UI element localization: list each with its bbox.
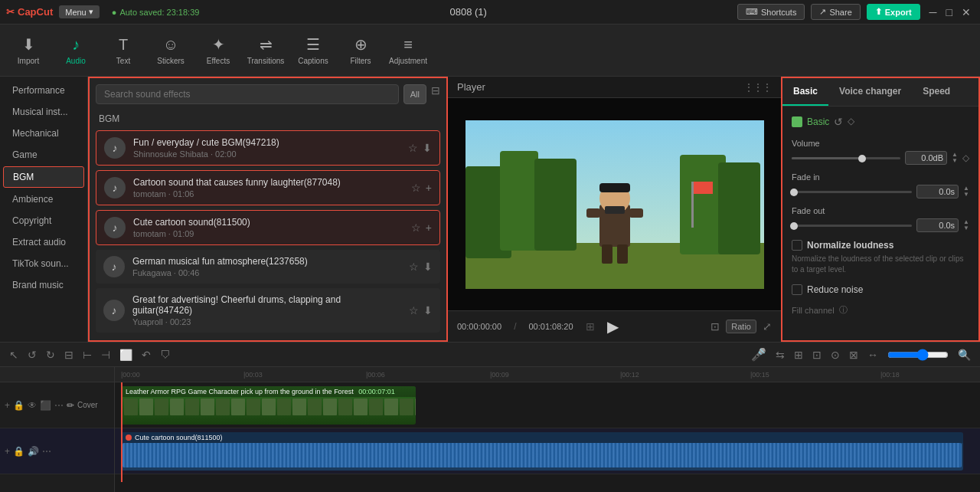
sidebar-item-brand-music[interactable]: Brand music — [3, 275, 84, 295]
delete-button[interactable]: ⬜ — [116, 347, 136, 362]
select-tool-button[interactable]: ↖ — [6, 347, 21, 362]
sidebar-item-extract-audio[interactable]: Extract audio — [3, 232, 84, 252]
favorite-button[interactable]: ☆ — [411, 182, 421, 194]
basic-enable-checkbox[interactable]: ✓ Basic — [792, 116, 829, 127]
minimize-button[interactable]: ─ — [926, 6, 940, 18]
video-track-edit-button[interactable]: ✏ — [67, 400, 74, 411]
crop-icon[interactable]: ⊡ — [710, 320, 720, 333]
sidebar-item-mechanical[interactable]: Mechanical — [3, 123, 84, 143]
timeline-ctrl-2[interactable]: ⊞ — [791, 347, 806, 362]
volume-down-arrow[interactable]: ▼ — [952, 158, 958, 164]
download-button[interactable]: ⬇ — [423, 304, 433, 317]
sidebar-item-tiktok-sound[interactable]: TikTok soun... — [3, 254, 84, 274]
video-track-lock-button[interactable]: 🔒 — [13, 400, 24, 411]
fade-in-arrows[interactable]: ▲ ▼ — [963, 185, 969, 198]
play-button[interactable]: ▶ — [607, 317, 619, 336]
toolbar-item-stickers[interactable]: ☺ Stickers — [149, 28, 193, 74]
zoom-slider[interactable] — [887, 349, 949, 361]
all-filter-button[interactable]: All — [403, 84, 426, 104]
reset-icon[interactable]: ↺ — [834, 116, 843, 128]
audio-item[interactable]: ♪ Fun / everyday / cute BGM(947218) Shin… — [96, 130, 440, 166]
sidebar-item-ambience[interactable]: Ambience — [3, 189, 84, 209]
toolbar-item-text[interactable]: T Text — [101, 28, 145, 74]
tab-voice-changer[interactable]: Voice changer — [828, 78, 912, 106]
fade-in-slider-thumb[interactable] — [790, 189, 798, 196]
sidebar-item-musical-inst[interactable]: Musical inst... — [3, 102, 84, 122]
audio-item[interactable]: ♪ Cute cartoon sound(811500) tomotam · 0… — [96, 210, 440, 245]
export-button[interactable]: ⬆ Export — [867, 4, 920, 20]
redo-button[interactable]: ↻ — [43, 347, 58, 362]
zoom-icon[interactable]: 🔍 — [955, 347, 974, 362]
fade-out-down-arrow[interactable]: ▼ — [963, 225, 969, 231]
sidebar-item-bgm[interactable]: BGM — [3, 166, 84, 188]
favorite-button[interactable]: ☆ — [409, 304, 419, 317]
volume-slider-thumb[interactable] — [858, 155, 866, 162]
video-track-mute-button[interactable]: ⬛ — [40, 400, 51, 411]
reduce-noise-checkbox[interactable] — [792, 284, 802, 295]
toolbar-item-captions[interactable]: ☰ Captions — [291, 28, 335, 74]
shield-button[interactable]: ⛉ — [157, 347, 174, 362]
player-menu-icon[interactable]: ⋮⋮⋮ — [744, 82, 772, 93]
add-button[interactable]: + — [426, 221, 432, 234]
download-button[interactable]: ⬇ — [423, 142, 432, 154]
fade-in-down-arrow[interactable]: ▼ — [963, 192, 969, 198]
video-track-eye-button[interactable]: 👁 — [28, 400, 37, 411]
sidebar-item-game[interactable]: Game — [3, 145, 84, 165]
audio-clip[interactable]: Cute cartoon sound(811500) — [121, 432, 963, 471]
sidebar-item-performance[interactable]: Performance — [3, 80, 84, 100]
audio-track-add-button[interactable]: + — [5, 446, 10, 457]
search-input[interactable] — [96, 84, 399, 104]
fade-out-slider-thumb[interactable] — [790, 222, 798, 230]
timeline-ctrl-1[interactable]: ⇆ — [773, 347, 788, 362]
ratio-button[interactable]: Ratio — [726, 320, 756, 333]
video-track-more-button[interactable]: ⋯ — [54, 400, 64, 411]
close-button[interactable]: ✕ — [959, 6, 974, 18]
menu-button[interactable]: Menu ▾ — [59, 5, 100, 18]
volume-arrows[interactable]: ▲ ▼ — [952, 152, 958, 164]
undo-button[interactable]: ↺ — [24, 347, 40, 362]
fade-out-arrows[interactable]: ▲ ▼ — [963, 219, 969, 231]
audio-track-more-button[interactable]: ⋯ — [42, 446, 51, 457]
timeline-ctrl-4[interactable]: ⊙ — [828, 347, 843, 362]
toolbar-item-transitions[interactable]: ⇌ Transitions — [243, 28, 288, 74]
fade-in-slider[interactable] — [792, 191, 912, 193]
timeline-ctrl-5[interactable]: ⊠ — [846, 347, 861, 362]
video-track-add-button[interactable]: + — [5, 400, 10, 411]
rotate-button[interactable]: ↶ — [139, 347, 154, 362]
split-button[interactable]: ⊟ — [61, 347, 77, 362]
favorite-button[interactable]: ☆ — [408, 142, 418, 154]
trim-left-button[interactable]: ⊢ — [80, 347, 95, 362]
audio-item[interactable]: ♪ German musical fun atmosphere(1237658)… — [96, 250, 440, 284]
toolbar-item-adjustment[interactable]: ≡ Adjustment — [386, 28, 430, 74]
maximize-button[interactable]: □ — [943, 6, 956, 18]
audio-item[interactable]: ♪ Cartoon sound that causes funny laught… — [96, 170, 440, 205]
audio-track-lock-button[interactable]: 🔒 — [13, 446, 24, 457]
timeline-ctrl-3[interactable]: ⊡ — [809, 347, 825, 362]
toolbar-item-import[interactable]: ⬇ Import — [6, 28, 51, 74]
filter-icon[interactable]: ⊟ — [431, 84, 440, 104]
audio-item[interactable]: ♪ Great for advertising! Cheerful drums,… — [96, 288, 440, 333]
favorite-button[interactable]: ☆ — [411, 221, 421, 234]
keyframe-icon[interactable]: ◇ — [848, 116, 854, 128]
download-button[interactable]: ⬇ — [423, 261, 433, 273]
toolbar-item-audio[interactable]: ♪ Audio — [54, 28, 98, 74]
video-clip[interactable]: Leather Armor RPG Game Character pick up… — [121, 386, 416, 425]
toolbar-item-effects[interactable]: ✦ Effects — [196, 28, 240, 74]
volume-slider[interactable] — [792, 157, 900, 159]
fullscreen-button[interactable]: ⤢ — [763, 320, 772, 333]
shortcuts-button[interactable]: ⌨ Shortcuts — [737, 4, 805, 20]
sidebar-item-copyright[interactable]: Copyright — [3, 211, 84, 231]
add-button[interactable]: + — [426, 182, 432, 194]
fade-out-slider[interactable] — [792, 225, 912, 227]
trim-right-button[interactable]: ⊣ — [98, 347, 113, 362]
normalize-checkbox[interactable] — [792, 240, 802, 251]
toolbar-item-filters[interactable]: ⊕ Filters — [338, 28, 383, 74]
tab-basic[interactable]: Basic — [782, 78, 828, 106]
favorite-button[interactable]: ☆ — [409, 261, 419, 273]
audio-track-vol-button[interactable]: 🔊 — [28, 446, 39, 457]
tab-speed[interactable]: Speed — [912, 78, 961, 106]
mic-button[interactable]: 🎤 — [748, 346, 769, 363]
share-button[interactable]: ↗ Share — [811, 4, 860, 20]
timeline-ctrl-6[interactable]: ↔ — [864, 347, 881, 362]
volume-keyframe-icon[interactable]: ◇ — [962, 153, 969, 163]
